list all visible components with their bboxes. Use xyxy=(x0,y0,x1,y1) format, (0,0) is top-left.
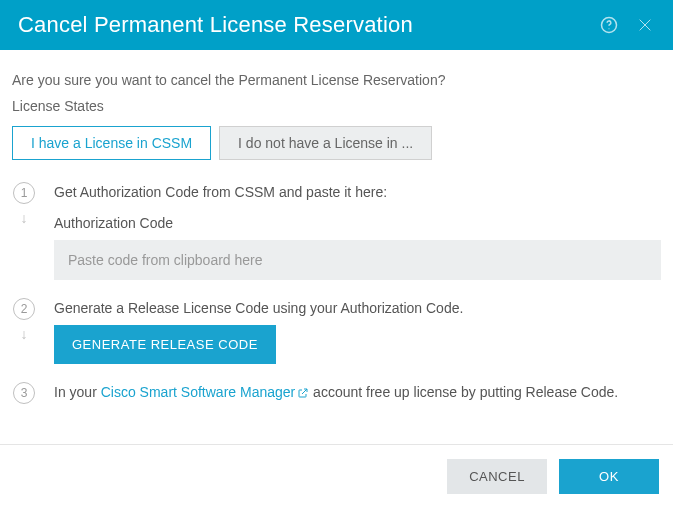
step-3: 3 In your Cisco Smart Software Manager a… xyxy=(12,382,661,404)
step-indicator: 2 ↓ xyxy=(12,298,36,342)
step-2: 2 ↓ Generate a Release License Code usin… xyxy=(12,298,661,364)
auth-code-input[interactable] xyxy=(54,240,661,280)
confirm-text: Are you sure you want to cancel the Perm… xyxy=(12,72,661,88)
header-actions xyxy=(599,15,655,35)
steps: 1 ↓ Get Authorization Code from CSSM and… xyxy=(12,182,661,404)
dialog-header: Cancel Permanent License Reservation xyxy=(0,0,673,50)
cssm-link[interactable]: Cisco Smart Software Manager xyxy=(101,384,310,400)
tab-have-license[interactable]: I have a License in CSSM xyxy=(12,126,211,160)
dialog-content: Are you sure you want to cancel the Perm… xyxy=(0,50,673,432)
link-text: Cisco Smart Software Manager xyxy=(101,384,296,400)
tabs: I have a License in CSSM I do not have a… xyxy=(12,126,661,160)
step-number: 1 xyxy=(13,182,35,204)
step-indicator: 1 ↓ xyxy=(12,182,36,226)
dialog-footer: CANCEL OK xyxy=(0,444,673,508)
generate-release-code-button[interactable]: GENERATE RELEASE CODE xyxy=(54,325,276,364)
auth-code-label: Authorization Code xyxy=(54,213,661,234)
dialog-title: Cancel Permanent License Reservation xyxy=(18,12,413,38)
svg-point-1 xyxy=(608,28,609,29)
step-2-text: Generate a Release License Code using yo… xyxy=(54,298,661,319)
external-link-icon xyxy=(297,387,309,399)
step-body: Get Authorization Code from CSSM and pas… xyxy=(54,182,661,280)
tab-no-license[interactable]: I do not have a License in ... xyxy=(219,126,432,160)
arrow-down-icon: ↓ xyxy=(21,210,28,226)
ok-button[interactable]: OK xyxy=(559,459,659,494)
help-icon[interactable] xyxy=(599,15,619,35)
cancel-button[interactable]: CANCEL xyxy=(447,459,547,494)
step-indicator: 3 xyxy=(12,382,36,404)
step-3-suffix: account free up license by putting Relea… xyxy=(309,384,618,400)
step-3-prefix: In your xyxy=(54,384,101,400)
step-1-text: Get Authorization Code from CSSM and pas… xyxy=(54,182,661,203)
step-number: 3 xyxy=(13,382,35,404)
step-body: In your Cisco Smart Software Manager acc… xyxy=(54,382,661,403)
step-1: 1 ↓ Get Authorization Code from CSSM and… xyxy=(12,182,661,280)
step-number: 2 xyxy=(13,298,35,320)
step-body: Generate a Release License Code using yo… xyxy=(54,298,661,364)
license-states-label: License States xyxy=(12,98,661,114)
arrow-down-icon: ↓ xyxy=(21,326,28,342)
close-icon[interactable] xyxy=(635,15,655,35)
